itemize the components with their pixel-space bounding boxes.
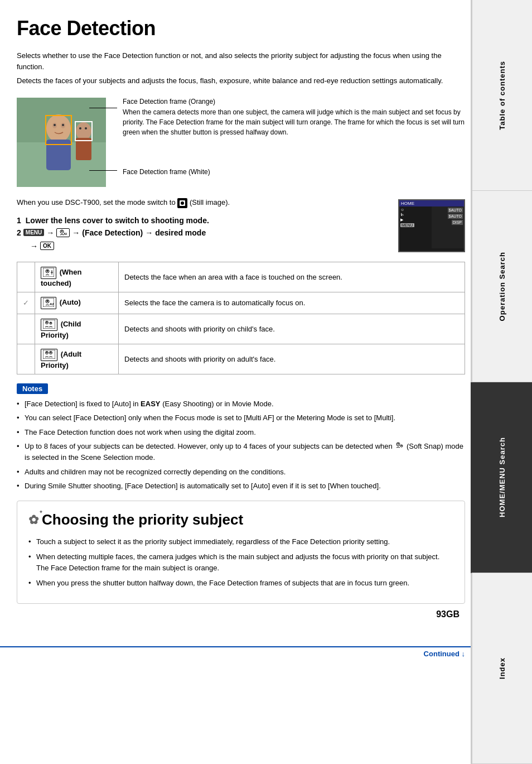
step2: 2 MENU → AUTO → (Face Detection)	[17, 228, 384, 251]
sidebar-tab-operation-label: Operation Search	[498, 252, 506, 321]
camera-left-panel: ☺ ⛷ ▶ MENU	[399, 206, 432, 248]
intro-line2: Detects the faces of your subjects and a…	[17, 75, 465, 87]
step2-line1: 2 MENU → AUTO → (Face Detection)	[17, 228, 206, 237]
camera-home-label: HOME	[401, 201, 414, 206]
sidebar-tab-toc-label: Table of contents	[498, 61, 506, 130]
mode-cell-0: (Whentouched)	[35, 262, 119, 292]
table-row: (Whentouched) Detects the face when an a…	[17, 262, 465, 292]
choosing-section: ✿ ✦ Choosing the priority subject Touch …	[17, 501, 465, 604]
sidebar: Table of contents Operation Search HOME/…	[471, 0, 532, 764]
svg-rect-30	[43, 320, 55, 329]
page-bottom: 93GB	[17, 609, 465, 619]
detection-table: (Whentouched) Detects the face when an a…	[17, 262, 465, 374]
orange-frame-label-section: Face Detection frame (Orange) When the c…	[123, 98, 465, 137]
choosing-item-2: When you press the shutter button halfwa…	[28, 578, 453, 589]
arrow1: →	[46, 228, 54, 237]
svg-point-43	[402, 445, 403, 446]
arrow2: →	[72, 228, 80, 237]
continued-bar: Continued ↓	[0, 646, 532, 658]
arrow4: →	[30, 242, 38, 251]
camera-icon-svideo: $AUTO	[448, 214, 463, 219]
choosing-item-1: When detecting multiple faces, the camer…	[28, 551, 453, 573]
svg-point-2	[46, 114, 71, 142]
arrow3: →	[145, 228, 153, 237]
svg-point-19	[61, 230, 62, 232]
soft-snap-icon	[394, 441, 404, 453]
notes-item-2: The Face Detection function does not wor…	[17, 427, 465, 438]
camera-icon-scene: ⛷	[400, 213, 404, 217]
mode-cell-3: (AdultPriority)	[35, 344, 119, 374]
svg-point-39	[50, 352, 51, 353]
diagram-text: Face Detection frame (Orange) When the c…	[117, 98, 465, 187]
camera-icon-disp: DISP	[452, 220, 463, 225]
svg-point-32	[46, 321, 47, 323]
svg-point-9	[76, 122, 91, 140]
svg-point-41	[398, 443, 399, 444]
notes-item-5: During Smile Shutter shooting, [Face Det…	[17, 480, 465, 492]
mode-cell-2: (ChildPriority)	[35, 314, 119, 344]
step2-ok-line: → OK	[30, 242, 54, 251]
notes-badge: Notes	[17, 383, 48, 394]
svg-point-16	[181, 201, 184, 205]
choosing-title: ✿ ✦ Choosing the priority subject	[28, 511, 453, 528]
step1-text: Lower the lens cover to switch to shooti…	[26, 216, 209, 225]
camera-body: ☺ ⛷ ▶ MENU $AUTO $AUTO DISP	[399, 206, 464, 248]
camera-icon-smiley: ☺	[400, 208, 404, 212]
white-frame-label: Face Detection frame (White)	[123, 168, 465, 176]
continued-text: Continued ↓	[424, 650, 465, 658]
sidebar-tab-operation[interactable]: Operation Search	[471, 191, 532, 382]
mode-desc-child: Detects and shoots with priority on chil…	[119, 314, 465, 344]
camera-photo	[17, 98, 106, 187]
face-detection-text: (Face Detection)	[82, 228, 143, 237]
step1: 1 Lower the lens cover to switch to shoo…	[17, 216, 384, 225]
page-title: Face Detection	[17, 17, 465, 40]
page-number: 93GB	[436, 609, 460, 619]
svg-point-12	[85, 127, 87, 129]
notes-item-0: [Face Detection] is fixed to [Auto] in E…	[17, 398, 465, 410]
notes-section: Notes [Face Detection] is fixed to [Auto…	[17, 383, 465, 492]
camera-screen-container: HOME ☺ ⛷ ▶ MENU $AUTO $AUTO DISP	[398, 199, 465, 252]
camera-screen: HOME ☺ ⛷ ▶ MENU $AUTO $AUTO DISP	[398, 199, 465, 252]
orange-frame-desc: When the camera detects more than one su…	[123, 107, 465, 137]
camera-icon-menu: MENU	[400, 223, 414, 227]
orange-frame-title: Face Detection frame (Orange)	[123, 98, 465, 105]
table-row: ✓ AUTO (Auto) Selects the face the camer…	[17, 292, 465, 314]
face-detection-icon: AUTO	[56, 228, 70, 237]
sidebar-tab-home[interactable]: HOME/MENU Search	[471, 382, 532, 573]
easy-text: EASY	[141, 400, 160, 408]
mode-icon-adult	[41, 349, 57, 361]
diagram-section: Face Detection frame (Orange) When the c…	[17, 98, 465, 187]
sidebar-tab-index[interactable]: Index	[471, 573, 532, 764]
menu-button: MENU	[23, 229, 44, 236]
diagram-image	[17, 98, 117, 187]
mode-label-auto: (Auto)	[60, 298, 81, 306]
choosing-icon: ✿ ✦	[28, 512, 38, 527]
camera-right-panel: $AUTO $AUTO DISP	[432, 206, 464, 248]
mode-icon-child	[41, 319, 57, 331]
svg-point-7	[62, 124, 64, 126]
svg-point-37	[46, 352, 47, 353]
svg-text:AUTO: AUTO	[50, 302, 54, 306]
mode-icon-touched	[41, 267, 56, 279]
check-cell-1: ✓	[17, 292, 35, 314]
notes-list: [Face Detection] is fixed to [Auto] in E…	[17, 398, 465, 492]
check-cell-2	[17, 314, 35, 344]
svg-text:AUTO: AUTO	[64, 232, 67, 236]
sidebar-tab-index-label: Index	[498, 657, 506, 679]
svg-point-11	[79, 127, 81, 129]
ok-button: OK	[40, 242, 54, 250]
choosing-item-0: Touch a subject to select it as the prio…	[28, 536, 453, 547]
desired-mode-text: desired mode	[155, 228, 206, 237]
svg-point-34	[50, 322, 51, 323]
mode-cell-1: AUTO (Auto)	[35, 292, 119, 314]
choosing-title-text: Choosing the priority subject	[42, 511, 243, 528]
notes-item-4: Adults and children may not be recognize…	[17, 467, 465, 478]
mode-desc-touched: Detects the face when an area with a fac…	[119, 262, 465, 292]
camera-icon-video: ▶	[400, 218, 403, 222]
svg-point-23	[47, 270, 49, 272]
step2-number: 2	[17, 228, 21, 237]
sidebar-tab-home-label: HOME/MENU Search	[498, 437, 506, 517]
intro-line1: Selects whether to use the Face Detectio…	[17, 50, 465, 72]
step1-number: 1	[17, 216, 21, 225]
sidebar-tab-toc[interactable]: Table of contents	[471, 0, 532, 191]
